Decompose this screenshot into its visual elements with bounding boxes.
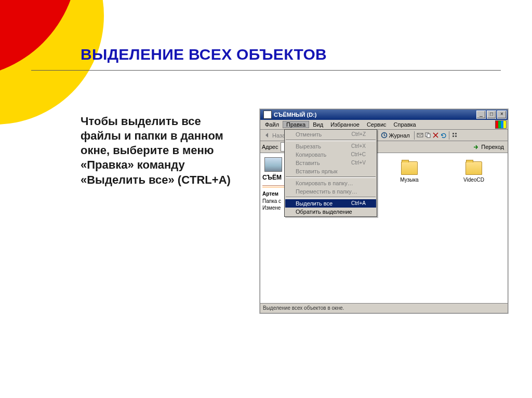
menu-item-label: Вставить <box>296 160 320 166</box>
title-bar[interactable]: СЪЁМНЫЙ (D:) _ □ × <box>260 109 508 120</box>
folder-videocd[interactable]: VideoCD <box>457 161 490 183</box>
back-arrow-icon <box>264 132 271 139</box>
menu-separator <box>286 197 376 198</box>
slide-body-text: Чтобы выделить все файлы и папки в данно… <box>81 114 242 187</box>
menu-item-label: Вставить ярлык <box>296 168 338 174</box>
title-underline <box>31 70 501 71</box>
menu-item-invert-selection[interactable]: Обратить выделение <box>285 208 376 216</box>
svg-rect-7 <box>455 135 457 137</box>
folder-label: VideoCD <box>463 177 484 183</box>
drive-panel-icon <box>264 157 282 172</box>
maximize-button[interactable]: □ <box>487 111 496 119</box>
toolbar-separator <box>414 131 415 140</box>
explorer-window: СЪЁМНЫЙ (D:) _ □ × Файл Правка Вид Избра… <box>260 109 508 313</box>
copy-icon[interactable] <box>424 132 431 139</box>
go-button[interactable]: Переход <box>471 144 506 150</box>
menu-item-move-to-folder[interactable]: Переместить в папку… <box>285 187 376 196</box>
menu-file[interactable]: Файл <box>261 121 283 128</box>
menu-item-label: Отменить <box>296 131 322 138</box>
edit-menu-dropdown: Отменить Ctrl+Z Вырезать Ctrl+X Копирова… <box>284 129 377 217</box>
menu-help[interactable]: Справка <box>390 121 420 128</box>
menu-favorites[interactable]: Избранное <box>327 121 363 128</box>
menu-item-shortcut: Ctrl+X <box>351 143 366 149</box>
delete-icon[interactable] <box>432 132 439 139</box>
close-button[interactable]: × <box>497 111 507 119</box>
folder-area: Музыка VideoCD <box>393 161 490 183</box>
menu-item-shortcut: Ctrl+C <box>351 152 366 158</box>
svg-rect-3 <box>427 134 430 138</box>
menu-item-label: Копировать <box>296 152 326 158</box>
toolbar-separator <box>449 131 449 140</box>
journal-label: Журнал <box>389 132 410 139</box>
menu-item-label: Выделить все <box>296 200 332 207</box>
menu-separator <box>286 140 376 141</box>
slide-title: ВЫДЕЛЕНИЕ ВСЕХ ОБЪЕКТОВ <box>81 46 503 63</box>
menu-bar: Файл Правка Вид Избранное Сервис Справка <box>260 120 508 130</box>
menu-item-shortcut: Ctrl+Z <box>352 131 366 138</box>
journal-button[interactable]: Журнал <box>379 131 412 139</box>
svg-rect-4 <box>453 133 454 134</box>
folder-icon <box>401 161 418 175</box>
menu-item-paste[interactable]: Вставить Ctrl+V <box>285 159 376 167</box>
menu-item-undo[interactable]: Отменить Ctrl+Z <box>285 130 376 139</box>
menu-item-label: Копировать в папку… <box>296 180 353 186</box>
minimize-button[interactable]: _ <box>476 111 486 119</box>
menu-item-label: Переместить в папку… <box>296 188 357 195</box>
menu-item-paste-shortcut[interactable]: Вставить ярлык <box>285 167 376 175</box>
folder-label: Музыка <box>400 177 418 183</box>
views-icon[interactable] <box>451 132 458 139</box>
windows-flag-icon <box>495 120 507 129</box>
menu-edit[interactable]: Правка <box>283 121 309 128</box>
menu-item-copy-to-folder[interactable]: Копировать в папку… <box>285 179 376 187</box>
folder-music[interactable]: Музыка <box>393 161 426 183</box>
menu-view[interactable]: Вид <box>309 121 327 128</box>
status-bar: Выделение всех объектов в окне. <box>260 303 508 313</box>
undo-icon[interactable] <box>440 132 447 139</box>
menu-item-label: Вырезать <box>296 143 321 149</box>
go-label: Переход <box>481 144 504 150</box>
drive-icon <box>263 111 272 119</box>
window-title: СЪЁМНЫЙ (D:) <box>274 112 475 118</box>
address-label: Адрес <box>262 144 278 150</box>
menu-item-shortcut: Ctrl+V <box>351 160 366 166</box>
svg-rect-6 <box>453 135 454 137</box>
menu-item-cut[interactable]: Вырезать Ctrl+X <box>285 142 376 150</box>
svg-rect-5 <box>455 133 457 134</box>
menu-item-copy[interactable]: Копировать Ctrl+C <box>285 150 376 159</box>
journal-icon <box>381 132 388 139</box>
menu-separator <box>286 176 376 178</box>
folder-icon <box>466 161 482 175</box>
mailto-icon[interactable] <box>417 132 423 139</box>
menu-item-label: Обратить выделение <box>296 209 352 215</box>
menu-tools[interactable]: Сервис <box>363 121 390 128</box>
menu-item-select-all[interactable]: Выделить все Ctrl+A <box>285 199 376 208</box>
go-arrow-icon <box>473 144 480 150</box>
menu-item-shortcut: Ctrl+A <box>351 200 366 207</box>
